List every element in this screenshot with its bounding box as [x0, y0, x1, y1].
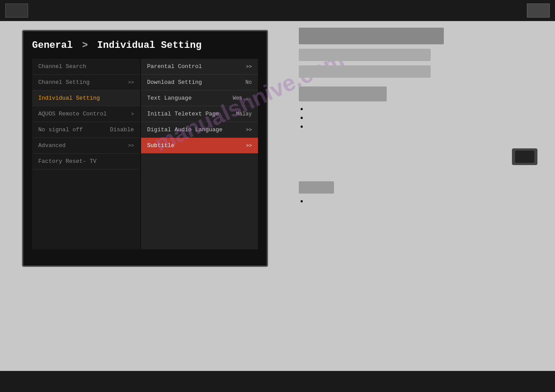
right-menu-item-download-setting[interactable]: Download Setting No [141, 75, 258, 90]
right-menu-item-subtitle[interactable]: Subtitle >> [141, 138, 258, 154]
doc-bullet-list [308, 105, 546, 129]
left-menu-label: AQUOS Remote Control [38, 111, 107, 117]
right-menu-item-digital-audio[interactable]: Digital Audio Language >> [141, 122, 258, 138]
main-content: General > Individual Setting Channel Sea… [0, 21, 555, 371]
left-menu-item-channel-setting[interactable]: Channel Setting >> [32, 75, 140, 90]
doc-section-bar [299, 86, 387, 101]
left-menu-label: Factory Reset- TV [38, 158, 97, 165]
right-menu-item-teletext-page[interactable]: Initial Teletext Page Malay [141, 106, 258, 122]
top-bar [0, 0, 555, 21]
right-menu: Parental Control >> Download Setting No … [141, 59, 258, 249]
right-menu-label: Digital Audio Language [147, 126, 223, 133]
menu-container: Channel Search Channel Setting >> Indivi… [32, 59, 258, 249]
doc-bar-3 [299, 65, 431, 78]
right-menu-label: Download Setting [147, 79, 202, 86]
right-menu-item-text-language[interactable]: Text Language Wes... [141, 90, 258, 106]
doc-bullet-item [308, 105, 546, 111]
doc-bullet-item [308, 197, 546, 203]
breadcrumb-part1: General [32, 40, 73, 51]
tv-screen-area: General > Individual Setting Channel Sea… [0, 21, 290, 371]
left-menu-item-channel-search[interactable]: Channel Search [32, 59, 140, 75]
doc-image-placeholder [512, 148, 537, 165]
left-menu-label: Channel Search [38, 63, 86, 70]
arrow-icon: > [131, 111, 134, 117]
doc-section-2 [299, 181, 546, 203]
left-menu-item-individual-setting[interactable]: Individual Setting [32, 90, 140, 106]
breadcrumb-separator: > [82, 40, 88, 51]
breadcrumb: General > Individual Setting [32, 40, 258, 51]
left-menu-item-aquos-remote[interactable]: AQUOS Remote Control > [32, 106, 140, 122]
dbl-arrow-icon: >> [246, 143, 252, 148]
left-menu-label: Channel Setting [38, 79, 90, 86]
right-menu-label: Text Language [147, 95, 192, 101]
tv-screen: General > Individual Setting Channel Sea… [22, 30, 268, 267]
arrow-icon: >> [128, 80, 134, 85]
doc-section-1 [299, 86, 546, 129]
breadcrumb-part2: Individual Setting [97, 40, 202, 51]
doc-image-inner [515, 151, 534, 163]
doc-bullet-item [308, 122, 546, 129]
doc-bar-2 [299, 49, 431, 61]
left-menu-label: No signal off [38, 126, 83, 133]
doc-bar-1 [299, 28, 444, 44]
no-signal-value: Disable [110, 126, 134, 133]
bottom-bar [0, 371, 555, 392]
left-menu-label: Advanced [38, 142, 65, 149]
left-menu: Channel Search Channel Setting >> Indivi… [32, 59, 140, 249]
right-menu-label: Subtitle [147, 142, 174, 149]
top-bar-button[interactable] [527, 4, 550, 18]
download-setting-value: No [246, 79, 252, 86]
arrow-icon: >> [128, 143, 134, 148]
doc-section-2-bar [299, 181, 334, 194]
doc-area [290, 21, 555, 371]
doc-bullet-item [308, 114, 546, 120]
right-menu-label: Initial Teletext Page [147, 111, 219, 117]
dbl-arrow-icon: >> [246, 127, 252, 133]
left-menu-item-factory-reset[interactable]: Factory Reset- TV [32, 154, 140, 169]
top-bar-logo [5, 4, 28, 18]
text-language-value: Wes... [233, 95, 252, 101]
right-menu-item-parental-control[interactable]: Parental Control >> [141, 59, 258, 75]
doc-bullet-list-2 [308, 197, 546, 203]
left-menu-item-no-signal[interactable]: No signal off Disable [32, 122, 140, 138]
left-menu-item-advanced[interactable]: Advanced >> [32, 138, 140, 154]
right-menu-label: Parental Control [147, 63, 202, 70]
left-menu-label: Individual Setting [38, 95, 100, 101]
teletext-value: Malay [236, 111, 252, 117]
dbl-arrow-icon: >> [246, 64, 252, 69]
